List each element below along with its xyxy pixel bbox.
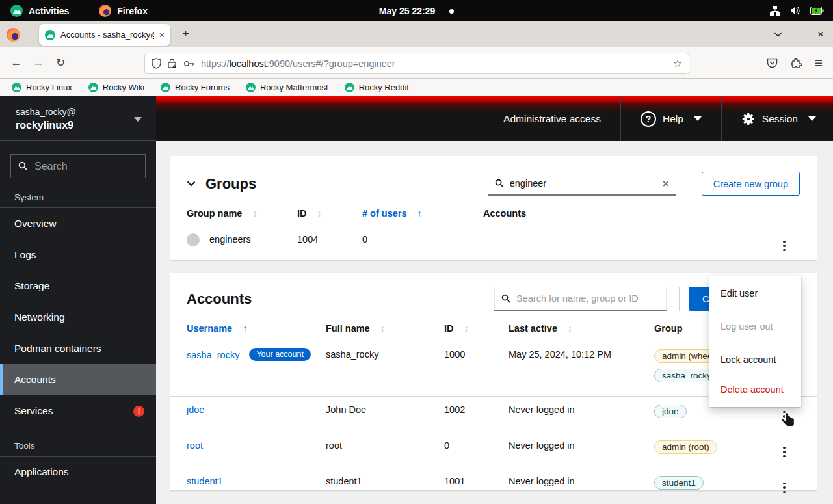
url-text[interactable]: https://localhost:9090/users#/?group=eng… (201, 59, 667, 69)
bookmark-favicon-icon (345, 83, 354, 92)
tab-list-chevron-icon[interactable] (774, 32, 782, 37)
accounts-title: Accounts (187, 291, 252, 308)
groups-collapse-chevron-icon[interactable] (187, 181, 196, 187)
notification-dot-icon (449, 9, 454, 14)
group-chip[interactable]: admin (root) (654, 440, 717, 454)
groups-search-input[interactable] (510, 178, 657, 189)
group-kebab-menu-icon[interactable] (779, 238, 789, 254)
pocket-icon[interactable] (767, 58, 778, 68)
col-id[interactable]: ID↕ (444, 317, 509, 341)
col-last-active[interactable]: Last active↕ (509, 317, 654, 341)
group-chip[interactable]: student1 (654, 476, 704, 490)
lock-warning-icon[interactable] (167, 58, 178, 69)
sidebar-item-networking[interactable]: Networking (0, 302, 156, 333)
sort-icon: ↕ (380, 323, 385, 334)
extensions-puzzle-icon[interactable] (791, 58, 802, 69)
browser-tab-active[interactable]: Accounts - sasha_rocky@ × (39, 24, 170, 46)
account-row-student1: student1 student1 1001 Never logged in s… (170, 468, 817, 504)
sidebar-item-storage[interactable]: Storage (0, 271, 156, 302)
bookmark-star-icon[interactable]: ☆ (673, 57, 682, 70)
volume-icon (790, 6, 800, 16)
bookmark-favicon-icon (161, 83, 170, 92)
gear-icon (741, 112, 756, 126)
question-circle-icon: ? (641, 111, 656, 127)
menu-item-log-user-out[interactable]: Log user out (709, 312, 801, 341)
menu-item-lock-account[interactable]: Lock account (709, 345, 801, 375)
cockpit-masthead: Administrative access ? Help Session (156, 96, 833, 141)
col-num-users[interactable]: # of users↑ (362, 202, 483, 226)
sidebar-item-logs[interactable]: Logs (0, 239, 156, 271)
system-tray[interactable] (770, 6, 833, 16)
administrative-access-button[interactable]: Administrative access (484, 96, 620, 141)
forward-icon[interactable]: → (27, 57, 49, 70)
sidebar-item-label: Networking (14, 312, 65, 323)
clear-search-icon[interactable]: × (663, 178, 669, 189)
col-id[interactable]: ID↕ (297, 202, 362, 226)
network-icon (770, 6, 780, 16)
sidebar-item-accounts[interactable]: Accounts (0, 364, 156, 395)
firefox-appmenu-button[interactable]: Firefox (99, 5, 148, 17)
menu-item-delete-account[interactable]: Delete account (709, 375, 801, 405)
bookmark-rocky-forums[interactable]: Rocky Forums (161, 83, 230, 92)
key-icon[interactable] (183, 60, 195, 68)
bookmark-favicon-icon (12, 83, 21, 92)
administrative-access-label: Administrative access (503, 113, 601, 125)
sidebar-item-applications[interactable]: Applications (0, 457, 156, 488)
group-chip[interactable]: jdoe (654, 405, 687, 418)
sidebar-section-system: System (0, 182, 156, 207)
help-label: Help (663, 113, 683, 125)
last-active: Never logged in (509, 397, 654, 432)
bookmark-rocky-mattermost[interactable]: Rocky Mattermost (246, 83, 328, 92)
account-id: 1002 (444, 397, 509, 432)
create-new-group-button[interactable]: Create new group (702, 172, 800, 196)
username-link[interactable]: root (187, 440, 203, 451)
accounts-search-input[interactable] (516, 293, 659, 304)
col-group-name[interactable]: Group name↕ (170, 202, 297, 226)
hostname: rockylinux9 (16, 120, 143, 131)
groups-search[interactable]: × (488, 172, 676, 196)
bookmark-label: Rocky Reddit (359, 83, 409, 92)
menu-item-edit-user[interactable]: Edit user (709, 278, 801, 308)
bookmark-rocky-wiki[interactable]: Rocky Wiki (88, 83, 144, 92)
back-icon[interactable]: ← (5, 57, 27, 70)
reload-icon[interactable]: ↻ (49, 56, 72, 70)
hamburger-menu-icon[interactable]: ≡ (815, 55, 823, 71)
sidebar-item-podman-containers[interactable]: Podman containers (0, 333, 156, 364)
sidebar-section-tools: Tools (0, 427, 156, 456)
sidebar-item-overview[interactable]: Overview (0, 208, 156, 239)
bookmark-rocky-reddit[interactable]: Rocky Reddit (345, 83, 409, 92)
shield-icon[interactable] (152, 58, 161, 69)
bookmarks-bar: Rocky Linux Rocky Wiki Rocky Forums Rock… (0, 79, 833, 96)
host-switcher[interactable]: sasha_rocky@ rockylinux9 (0, 96, 156, 141)
url-host: localhost (230, 59, 267, 69)
tab-close-icon[interactable]: × (159, 31, 165, 40)
services-alert-badge: ! (133, 406, 144, 417)
activities-button[interactable]: Activities (10, 5, 69, 17)
account-kebab-menu-icon[interactable] (779, 480, 789, 496)
sort-icon: ↕ (252, 208, 257, 219)
col-accounts[interactable]: Accounts (483, 202, 779, 226)
sidebar-search[interactable] (10, 154, 146, 178)
help-menu-button[interactable]: ? Help (621, 96, 721, 141)
username-link[interactable]: sasha_rocky (187, 350, 239, 360)
new-tab-button[interactable]: + (182, 27, 189, 41)
accounts-search[interactable] (494, 287, 667, 311)
username-link[interactable]: student1 (187, 476, 223, 486)
chevron-down-icon (134, 117, 142, 122)
account-id: 1000 (444, 341, 509, 397)
window-close-icon[interactable]: × (817, 28, 824, 41)
account-kebab-menu-icon[interactable] (779, 444, 789, 460)
search-icon (18, 161, 28, 171)
account-kebab-menu-icon[interactable] (779, 408, 789, 425)
firefox-icon (99, 5, 111, 17)
sidebar-search-input[interactable] (34, 161, 138, 172)
battery-icon (810, 7, 824, 15)
url-bar[interactable]: https://localhost:9090/users#/?group=eng… (144, 53, 689, 74)
col-username[interactable]: Username↑ (170, 317, 326, 341)
col-full-name[interactable]: Full name↕ (326, 317, 444, 341)
bookmark-label: Rocky Forums (175, 83, 230, 92)
bookmark-rocky-linux[interactable]: Rocky Linux (12, 83, 72, 92)
session-menu-button[interactable]: Session (722, 96, 833, 141)
sidebar-item-services[interactable]: Services ! (0, 395, 156, 427)
username-link[interactable]: jdoe (187, 405, 204, 415)
